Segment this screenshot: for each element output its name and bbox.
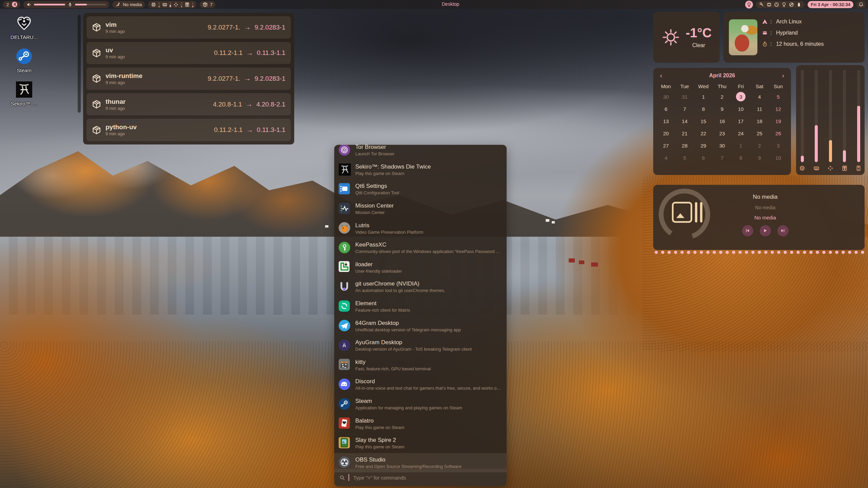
calendar-day: 22 xyxy=(699,129,708,138)
desktop-icon-sekiro[interactable]: Sekiro™: ... xyxy=(4,81,44,106)
new-version: 9.2.0283-1 xyxy=(254,24,285,31)
launcher-item-lutris[interactable]: LutrisVideo Game Preservation Platform xyxy=(334,218,507,238)
calendar-cell[interactable]: 26 xyxy=(769,127,788,139)
launcher-item-64gram-desktop[interactable]: 64Gram DesktopUnofficial desktop version… xyxy=(334,316,507,336)
package-versions: 9.2.0277-1.→9.2.0283-1 xyxy=(208,75,285,82)
launcher-item-kitty[interactable]: kittyFast, feature-rich, GPU based termi… xyxy=(334,355,507,375)
calendar-cell[interactable]: 7 xyxy=(713,152,731,164)
launcher-item-git-userchrome-nvidia[interactable]: git userChrome (NVIDIA)An automation too… xyxy=(334,277,507,297)
calendar-cell[interactable]: 30 xyxy=(657,91,675,103)
volume-slider[interactable] xyxy=(34,4,65,5)
update-row-uv[interactable]: uv9 min ago0.11.2-1.1→0.11.3-1.1 xyxy=(87,42,291,64)
calendar-cell[interactable]: 22 xyxy=(694,127,713,139)
calendar-cell[interactable]: 4 xyxy=(657,152,675,164)
launcher-item-steam[interactable]: SteamApplication for managing and playin… xyxy=(334,394,507,414)
launcher-item-sekiro-shadows-die-twice[interactable]: Sekiro™: Shadows Die TwicePlay this game… xyxy=(334,160,507,180)
previous-track-button[interactable] xyxy=(742,225,753,236)
gauge-track-disk[interactable] xyxy=(857,70,860,162)
update-row-vim[interactable]: vim9 min ago9.2.0277-1.→9.2.0283-1 xyxy=(87,16,291,39)
notifications-button[interactable] xyxy=(856,1,865,8)
launcher-item-mission-center[interactable]: Mission CenterMission Center xyxy=(334,199,507,219)
gauge-track-cpu[interactable] xyxy=(801,70,804,162)
calendar-cell[interactable]: 3 xyxy=(732,91,750,103)
launcher-item-balatro[interactable]: BalatroPlay this game on Steam xyxy=(334,414,507,433)
launcher-search-bar[interactable] xyxy=(334,469,507,486)
calendar-cell[interactable]: 31 xyxy=(675,91,694,103)
calendar-cell[interactable]: 30 xyxy=(713,139,731,152)
calendar-cell[interactable]: 23 xyxy=(713,127,731,139)
calendar-cell[interactable]: 8 xyxy=(694,103,713,115)
search-input[interactable] xyxy=(353,474,502,481)
calendar-cell[interactable]: 5 xyxy=(675,152,694,164)
gauge-track-gpu[interactable] xyxy=(829,70,832,162)
calendar-next-button[interactable]: › xyxy=(782,72,784,79)
calendar-cell[interactable]: 21 xyxy=(675,127,694,139)
calendar-cell[interactable]: 27 xyxy=(657,139,675,152)
workspace-switcher[interactable]: 2 4 xyxy=(3,1,20,8)
calendar-prev-button[interactable]: ‹ xyxy=(660,72,662,79)
calendar-cell[interactable]: 2 xyxy=(713,91,731,103)
network-tray-icon[interactable] xyxy=(767,2,772,7)
workspace-2[interactable]: 2 xyxy=(6,2,10,7)
update-row-thunar[interactable]: thunar9 min ago4.20.8-1.1→4.20.8-2.1 xyxy=(87,93,291,116)
clock-pill[interactable]: Fri 3 Apr - 00:32:34 xyxy=(808,1,853,8)
calendar-cell[interactable]: 11 xyxy=(750,103,769,115)
calendar-cell[interactable]: 13 xyxy=(657,115,675,127)
calendar-cell[interactable]: 15 xyxy=(694,115,713,127)
calendar-cell[interactable]: 8 xyxy=(732,152,750,164)
launcher-item-keepassxc[interactable]: KeePassXCCommunity-driven port of the Wi… xyxy=(334,238,507,258)
launcher-item-slay-the-spire-2[interactable]: Slay the Spire 2Play this game on Steam xyxy=(334,433,507,453)
calendar-cell[interactable]: 6 xyxy=(694,152,713,164)
calendar-cell[interactable]: 6 xyxy=(657,103,675,115)
calendar-cell[interactable]: 1 xyxy=(732,139,750,152)
launcher-item-qt6-settings[interactable]: Qt6 SettingsQt6 Configuration Tool xyxy=(334,179,507,199)
calendar-cell[interactable]: 4 xyxy=(750,91,769,103)
calendar-cell[interactable]: 20 xyxy=(657,127,675,139)
update-row-python-uv[interactable]: python-uv9 min ago0.11.2-1.1→0.11.3-1.1 xyxy=(87,119,291,141)
calendar-cell[interactable]: 9 xyxy=(750,152,769,164)
battery-tray-icon[interactable] xyxy=(796,2,801,7)
calendar-cell[interactable]: 16 xyxy=(713,115,731,127)
calendar-cell[interactable]: 7 xyxy=(675,103,694,115)
mic-slider[interactable] xyxy=(75,4,106,5)
calendar-cell[interactable]: 28 xyxy=(675,139,694,152)
calendar-cell[interactable]: 5 xyxy=(769,91,788,103)
next-track-button[interactable] xyxy=(777,225,789,236)
caffeine-toggle[interactable] xyxy=(745,1,753,8)
calendar-cell[interactable]: 10 xyxy=(732,103,750,115)
calendar-cell[interactable]: 14 xyxy=(675,115,694,127)
desktop-icon-deltarune[interactable]: DELTARU... xyxy=(4,15,44,40)
play-button[interactable] xyxy=(760,225,771,236)
app-description: Fast, feature-rich, GPU based terminal xyxy=(355,366,431,371)
calendar-cell[interactable]: 18 xyxy=(750,115,769,127)
idea-tray-icon[interactable] xyxy=(781,2,787,7)
media-pill[interactable]: No media xyxy=(112,1,145,8)
calendar-cell[interactable]: 19 xyxy=(769,115,788,127)
updates-pill[interactable]: 7 xyxy=(200,1,215,8)
calendar-cell[interactable]: 24 xyxy=(732,127,750,139)
calendar-cell[interactable]: 2 xyxy=(750,139,769,152)
calendar-cell[interactable]: 25 xyxy=(750,127,769,139)
launcher-item-ayugram-desktop[interactable]: AyuGram DesktopDesktop version of AyuGra… xyxy=(334,336,507,355)
calendar-cell[interactable]: 9 xyxy=(713,103,731,115)
notification-scrollbar[interactable] xyxy=(78,15,81,113)
calendar-cell[interactable]: 29 xyxy=(694,139,713,152)
desktop-icon-steam[interactable]: Steam xyxy=(4,48,44,73)
launcher-item-tor-browser[interactable]: Tor BrowserLaunch Tor Browser xyxy=(334,145,507,160)
gauge-track-ram[interactable] xyxy=(815,70,818,162)
calendar-cell[interactable]: 3 xyxy=(769,139,788,152)
workspace-4-active[interactable]: 4 xyxy=(12,2,17,7)
obs-tray-icon[interactable] xyxy=(774,2,779,7)
update-row-vim-runtime[interactable]: vim-runtime9 min ago9.2.0277-1.→9.2.0283… xyxy=(87,67,291,90)
calendar-cell[interactable]: 10 xyxy=(769,152,788,164)
launcher-item-discord[interactable]: DiscordAll-in-one voice and text chat fo… xyxy=(334,375,507,394)
calendar-cell[interactable]: 17 xyxy=(732,115,750,127)
calendar-cell[interactable]: 1 xyxy=(694,91,713,103)
steam-tray-icon[interactable] xyxy=(789,2,794,7)
launcher-item-iloader[interactable]: iloaderUser-friendly sideloader xyxy=(334,258,507,277)
launcher-item-element[interactable]: ElementFeature-rich client for Matrix xyxy=(334,297,507,316)
system-monitor-pill[interactable] xyxy=(148,1,196,8)
gauge-track-memory[interactable] xyxy=(843,70,846,162)
keepassxc-tray-icon[interactable] xyxy=(759,2,764,7)
calendar-cell[interactable]: 12 xyxy=(769,103,788,115)
